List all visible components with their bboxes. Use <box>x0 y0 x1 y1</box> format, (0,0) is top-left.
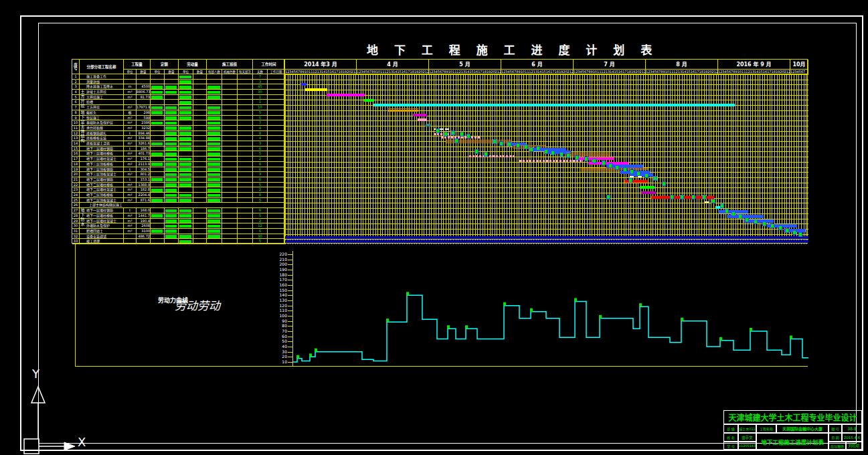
row-cell <box>222 80 238 85</box>
row-workdate <box>268 95 285 100</box>
activity-marker <box>493 139 497 144</box>
activity-marker <box>623 167 627 172</box>
axis-tick-label: 40 <box>271 345 287 349</box>
quantity-bar <box>179 106 191 110</box>
table-row: 14底板混凝土浇筑m³3261.63 <box>72 141 285 147</box>
quantity-bar <box>165 194 177 197</box>
gantt-bar <box>327 94 365 96</box>
row-seq: 19 <box>72 167 80 173</box>
quantity-bar <box>179 183 191 187</box>
row-days: 6 <box>253 177 268 183</box>
curve-marker <box>599 315 602 318</box>
row-cell <box>151 183 165 188</box>
col-sub-header: 每班人数 <box>207 70 222 74</box>
quantity-bar <box>179 158 191 161</box>
row-qty: 1441.7 <box>137 213 151 219</box>
row-qty: 17971.88 <box>137 105 151 110</box>
row-cell <box>193 183 207 188</box>
row-workdate <box>268 187 285 193</box>
gantt-bar <box>434 133 452 135</box>
row-cell <box>238 172 253 177</box>
row-qty: 168.0 <box>137 208 151 213</box>
quantity-bar <box>207 153 220 156</box>
axis-tick <box>288 260 292 260</box>
table-row: 26上部主体结构随层施工 <box>72 203 285 208</box>
row-workdate <box>268 172 285 177</box>
row-name: 地下二层墙柱钢筋 <box>80 177 124 183</box>
row-unit: m² <box>124 183 137 188</box>
axis-tick <box>288 321 292 322</box>
row-cell <box>193 95 207 100</box>
quantity-bar <box>207 111 220 114</box>
quantity-bar <box>179 178 191 181</box>
activity-marker <box>745 217 749 222</box>
row-cell <box>238 105 253 110</box>
row-cell <box>238 198 253 203</box>
row-seq: 29 <box>72 219 80 224</box>
quantity-bar <box>151 91 163 94</box>
col-group-header: 劳动量 <box>179 60 207 70</box>
row-cell <box>238 177 253 183</box>
row-seq: 8 <box>72 110 80 116</box>
row-unit: m² <box>124 193 137 198</box>
axis-tick-label: 160 <box>271 283 287 287</box>
quantity-bar <box>179 111 191 114</box>
row-qty: 190.4 <box>137 219 151 224</box>
title-block: 天津城建大学土木工程专业毕业设计 班 级 城土木011 工程名称 天润国际金融中… <box>723 410 862 450</box>
curve-marker <box>681 318 683 321</box>
col-sub-header: 数量 <box>137 70 151 74</box>
row-seq: 30 <box>72 223 80 229</box>
row-seq: 31 <box>72 229 80 234</box>
row-days: 3 <box>253 141 268 147</box>
axis-tick <box>288 264 292 265</box>
row-qty: 2386 <box>137 120 151 126</box>
row-name: 地下一层墙柱混凝土 <box>80 219 124 224</box>
row-name: 外墙防水及保护 <box>80 223 124 229</box>
row-unit <box>124 239 137 244</box>
activity-marker <box>444 132 448 136</box>
row-unit: m³ <box>124 105 137 110</box>
row-days: 5 <box>253 110 268 116</box>
row-name: 地下一层墙柱模板 <box>80 213 124 219</box>
quantity-bar <box>179 147 191 151</box>
row-cell <box>193 131 207 136</box>
axis-tick-label: 110 <box>271 308 287 312</box>
activity-marker <box>725 209 729 213</box>
row-unit: m² <box>124 126 137 131</box>
row-qty <box>137 239 151 244</box>
curve-marker <box>315 349 317 352</box>
row-workdate <box>268 141 285 147</box>
quantity-bar <box>179 163 191 166</box>
axis-tick-label: 150 <box>271 288 287 292</box>
activity-marker <box>770 223 774 228</box>
gantt-bar <box>519 160 583 162</box>
quantity-bar <box>179 76 191 79</box>
row-cell <box>151 208 165 213</box>
activity-marker <box>499 141 503 146</box>
cad-drawing-canvas: 地 下 工 程 施 工 进 度 计 划 表 序号分部分项工程名称工程量单位数量定… <box>0 0 868 455</box>
quantity-bar <box>207 143 220 146</box>
row-days: 30 <box>253 90 268 95</box>
quantity-bar <box>165 132 177 135</box>
curve-marker <box>503 302 506 306</box>
date-label: 日 期 <box>829 433 842 442</box>
table-row: 8截桩头根2985 <box>72 110 285 116</box>
axis-tick-label: 20 <box>271 355 287 359</box>
activity-marker <box>524 145 528 149</box>
activity-marker <box>670 195 674 199</box>
axis-tick-label: 90 <box>271 319 287 323</box>
row-cell <box>222 193 238 198</box>
row-name: 基础防水及保护层 <box>80 120 124 126</box>
axis-tick-label: 180 <box>271 273 287 277</box>
row-cell <box>193 105 207 110</box>
row-workdate <box>268 126 285 131</box>
row-seq: 24 <box>72 193 80 198</box>
quantity-bar <box>179 132 191 135</box>
row-group-label: 地下防水 <box>80 208 86 234</box>
row-name: 底板模板安装 <box>80 136 124 141</box>
row-unit: m³ <box>124 219 137 224</box>
row-cell <box>222 198 238 203</box>
row-cell <box>238 213 253 219</box>
row-cell <box>238 167 253 173</box>
day-numbers: 1234567891011121314151617181920212223242… <box>646 70 718 74</box>
